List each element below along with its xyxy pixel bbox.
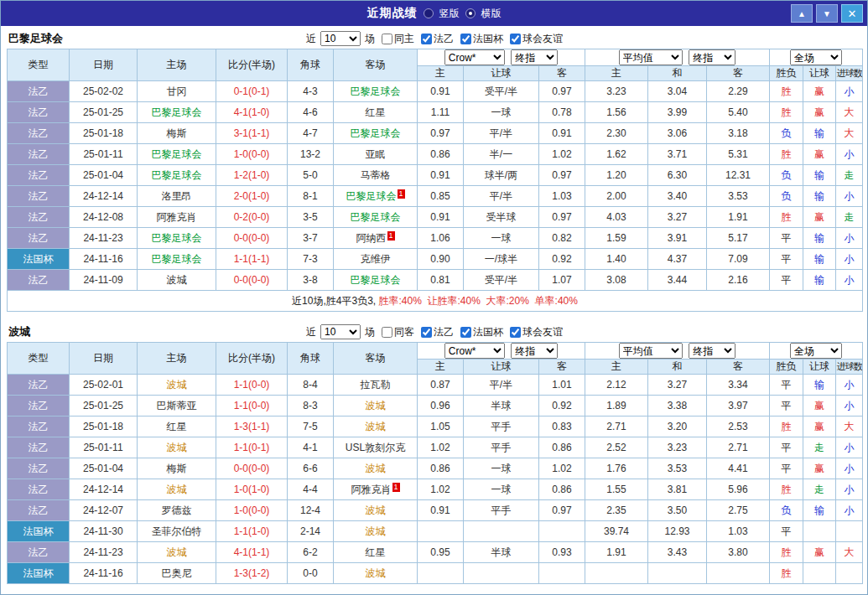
team-name: 巴黎足球会 [351, 274, 401, 286]
home-team-cell: 巴黎足球会 [138, 144, 216, 165]
asian-home-odds-cell: 0.91 [418, 500, 464, 521]
handicap-result-cell [803, 521, 836, 542]
date-cell: 25-01-04 [70, 165, 138, 186]
home-team-cell: 巴奥尼 [138, 563, 216, 584]
team-name: 巴黎足球会 [152, 148, 202, 160]
euro-away-odds-cell: 2.71 [707, 437, 770, 458]
col-corner: 角球 [288, 343, 334, 375]
asian-handicap-cell [464, 563, 539, 584]
recent-results-table: 类型 日期 主场 比分(半场) 角球 客场 Crow* 终指 平均值 终指 [7, 49, 863, 312]
asian-away-odds-cell: 0.92 [539, 249, 585, 270]
same-venue-filter: 同客 [382, 325, 414, 339]
team-title: 巴黎足球会 [8, 31, 63, 46]
scope-select[interactable]: 全场 [790, 343, 842, 359]
col-handicap: 让球 [803, 360, 836, 375]
score-cell: 1-3(1-2) [216, 563, 288, 584]
euro-draw-odds-cell: 3.99 [648, 102, 707, 123]
league-cell: 法乙 [8, 270, 70, 291]
col-home: 主场 [138, 49, 216, 81]
asian-away-odds-cell: 0.97 [539, 165, 585, 186]
odds-period-select[interactable]: 终指 [511, 49, 558, 65]
league-cell: 法乙 [8, 416, 70, 437]
odds-period-select[interactable]: 终指 [511, 343, 558, 359]
euro-away-odds-cell: 2.29 [707, 81, 770, 102]
corner-cell: 4-1 [288, 437, 334, 458]
league-cell: 法乙 [8, 165, 70, 186]
league-cell: 法国杯 [8, 563, 70, 584]
score-cell: 2-0(1-0) [216, 186, 288, 207]
score-cell: 0-1(0-1) [216, 81, 288, 102]
friendly-checkbox[interactable] [510, 327, 521, 338]
away-team-cell: 阿雅克肖1 [334, 479, 418, 500]
cup-checkbox[interactable] [460, 327, 471, 338]
handicap-result-cell: 赢 [803, 81, 836, 102]
euro-period-select[interactable]: 终指 [689, 343, 735, 359]
layout-radio-horizontal[interactable] [465, 8, 476, 18]
asian-handicap-cell: 球半/两 [464, 165, 539, 186]
home-team-cell: 圣菲尔伯特 [138, 521, 216, 542]
match-row: 法乙25-01-25巴斯蒂亚1-1(0-0)8-3波城0.96半球0.921.8… [8, 396, 863, 416]
result-cell: 平 [770, 249, 803, 270]
ligue2-checkbox[interactable] [421, 327, 432, 338]
asian-handicap-cell: 平手 [464, 437, 539, 458]
euro-away-odds-cell: 3.34 [707, 375, 770, 396]
result-cell: 胜 [770, 479, 803, 500]
euro-avg-select[interactable]: 平均值 [619, 343, 683, 359]
euro-home-odds-cell: 1.55 [585, 479, 648, 500]
euro-avg-select[interactable]: 平均值 [619, 49, 683, 65]
score-cell: 1-1(1-1) [216, 249, 288, 270]
layout-radio-vertical[interactable] [424, 8, 434, 18]
asian-home-odds-cell: 1.06 [418, 228, 464, 249]
euro-home-odds-cell: 1.76 [585, 458, 648, 479]
league-cell: 法乙 [8, 500, 70, 521]
team-name: 波城 [167, 484, 187, 495]
score-cell: 1-1(1-0) [216, 521, 288, 542]
euro-home-odds-cell: 39.74 [585, 521, 648, 542]
match-row: 法国杯24-11-30圣菲尔伯特1-1(1-0)2-14波城39.7412.93… [8, 521, 863, 542]
goals-result-cell: 大 [836, 123, 863, 144]
asian-handicap-cell: 一球 [464, 228, 539, 249]
euro-away-odds-cell: 5.17 [707, 228, 770, 249]
layout-radio-horizontal-label[interactable]: 横版 [481, 7, 502, 21]
friendly-checkbox[interactable] [510, 34, 521, 44]
score-cell: 1-0(0-0) [216, 144, 288, 165]
odds-company-select[interactable]: Crow* [444, 343, 505, 359]
cup-checkbox[interactable] [460, 34, 471, 44]
ligue2-checkbox[interactable] [421, 34, 432, 44]
scope-select[interactable]: 全场 [790, 49, 842, 65]
euro-home-odds-cell: 1.56 [585, 102, 648, 123]
odds-company-select[interactable]: Crow* [444, 49, 505, 65]
match-count-select[interactable]: 10 [320, 31, 361, 46]
euro-period-select[interactable]: 终指 [689, 49, 735, 65]
score-cell: 0-0(0-0) [216, 270, 288, 291]
match-count-select[interactable]: 10 [320, 324, 361, 339]
team-name: 波城 [366, 567, 386, 579]
home-team-cell: 波城 [138, 375, 216, 396]
home-team-cell: 波城 [138, 542, 216, 563]
result-cell: 平 [770, 458, 803, 479]
goals-result-cell: 小 [836, 500, 863, 521]
scroll-up-button[interactable]: ▲ [791, 4, 813, 23]
euro-draw-odds-cell: 3.38 [648, 396, 707, 416]
result-cell: 胜 [770, 102, 803, 123]
date-cell: 24-11-23 [70, 228, 138, 249]
handicap-result-cell: 输 [803, 375, 836, 396]
scroll-down-button[interactable]: ▼ [816, 4, 838, 23]
date-cell: 25-01-25 [70, 102, 138, 123]
date-cell: 25-01-04 [70, 458, 138, 479]
league-cell: 法国杯 [8, 521, 70, 542]
ligue2-label: 法乙 [434, 32, 454, 46]
team-name: 波城 [366, 504, 386, 516]
same-venue-checkbox[interactable] [382, 327, 392, 338]
euro-away-odds-cell: 2.75 [707, 500, 770, 521]
asian-handicap-cell: 受半球 [464, 207, 539, 228]
score-cell: 1-2(1-0) [216, 165, 288, 186]
same-venue-checkbox[interactable] [382, 34, 392, 44]
close-button[interactable]: ✕ [841, 4, 863, 23]
match-row: 法乙24-12-07罗德兹1-0(0-0)12-4波城0.91平手0.972.3… [8, 500, 863, 521]
match-row: 法乙25-01-11波城1-1(0-1)4-1USL敦刻尔克1.02平手0.86… [8, 437, 863, 458]
asian-home-odds-cell: 1.02 [418, 437, 464, 458]
layout-radio-vertical-label[interactable]: 竖版 [439, 7, 460, 21]
match-rows: 法乙25-02-01波城1-1(0-0)8-4拉瓦勒0.87平/半1.012.1… [8, 375, 863, 584]
result-cell: 胜 [770, 144, 803, 165]
